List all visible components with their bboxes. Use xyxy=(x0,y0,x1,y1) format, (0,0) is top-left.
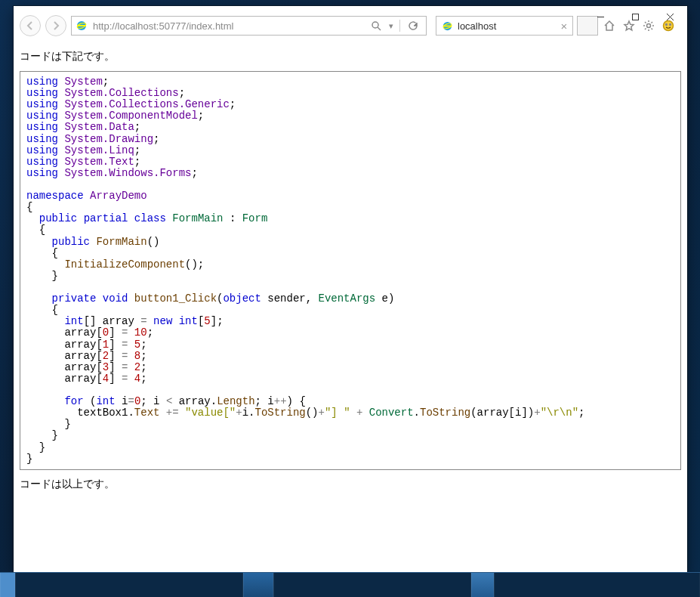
close-button[interactable] xyxy=(652,6,687,27)
arrow-left-icon xyxy=(25,20,35,31)
refresh-icon xyxy=(408,20,418,31)
address-tools: ▾ xyxy=(363,19,426,32)
taskbar-seg xyxy=(0,573,15,597)
taskbar-seg xyxy=(494,573,700,597)
tab-close-button[interactable]: × xyxy=(556,20,572,32)
window-controls xyxy=(583,6,687,27)
maximize-icon xyxy=(631,13,640,21)
taskbar[interactable] xyxy=(0,572,700,597)
desktop: ▾ localhost × xyxy=(0,0,700,597)
page-content[interactable]: コードは下記です。 using System; using System.Col… xyxy=(14,42,687,574)
minimize-button[interactable] xyxy=(583,6,618,27)
arrow-right-icon xyxy=(51,20,61,31)
search-button[interactable] xyxy=(369,19,383,32)
address-bar[interactable]: ▾ xyxy=(71,16,427,36)
dropdown-icon[interactable]: ▾ xyxy=(389,21,393,31)
ie-icon xyxy=(440,19,454,32)
taskbar-seg xyxy=(243,573,273,597)
minimize-icon xyxy=(597,13,605,21)
browser-tab[interactable]: localhost × xyxy=(436,16,573,36)
maximize-button[interactable] xyxy=(618,6,652,27)
svg-point-3 xyxy=(372,22,378,28)
tab-title: localhost xyxy=(458,20,556,32)
ie-icon xyxy=(75,19,88,32)
outro-text: コードは以上です。 xyxy=(20,478,681,491)
taskbar-seg xyxy=(15,573,243,597)
close-icon xyxy=(666,13,674,21)
forward-button[interactable] xyxy=(45,15,66,36)
search-icon xyxy=(371,20,381,31)
url-input[interactable] xyxy=(91,17,363,34)
taskbar-seg xyxy=(273,573,471,597)
taskbar-seg xyxy=(471,573,494,597)
refresh-button[interactable] xyxy=(406,19,420,32)
taskbar-segments xyxy=(0,573,700,597)
separator xyxy=(399,20,400,32)
browser-window: ▾ localhost × xyxy=(14,6,687,574)
back-button[interactable] xyxy=(20,15,41,36)
intro-text: コードは下記です。 xyxy=(20,50,681,63)
code-block: using System; using System.Collections; … xyxy=(20,71,681,470)
svg-rect-0 xyxy=(632,14,638,20)
